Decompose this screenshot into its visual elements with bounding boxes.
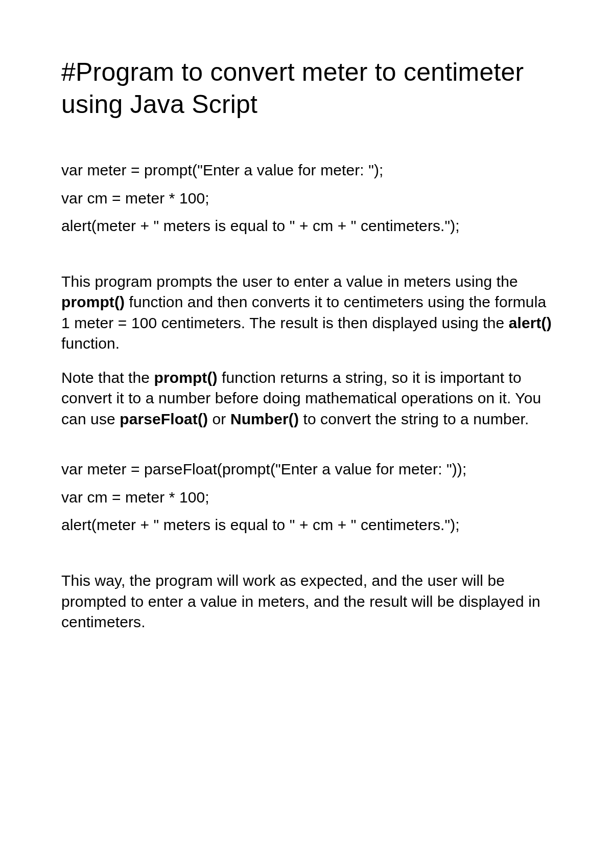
code-line: var cm = meter * 100; [61,488,552,507]
code-block-2: var meter = parseFloat(prompt("Enter a v… [61,460,552,535]
code-line: var meter = prompt("Enter a value for me… [61,161,552,180]
code-line: alert(meter + " meters is equal to " + c… [61,516,552,535]
text-run: or [208,410,230,427]
text-run: function and then converts it to centime… [61,293,546,331]
text-run: This program prompts the user to enter a… [61,273,518,290]
paragraph: This way, the program will work as expec… [61,570,552,633]
document-title: #Program to convert meter to centimeter … [61,56,552,120]
text-run: function. [61,335,120,352]
code-line: alert(meter + " meters is equal to " + c… [61,217,552,236]
text-run: Note that the [61,369,154,386]
paragraph: Note that the prompt() function returns … [61,368,552,430]
bold-text: parseFloat() [120,410,208,427]
bold-text: Number() [230,410,299,427]
code-line: var meter = parseFloat(prompt("Enter a v… [61,460,552,479]
bold-text: prompt() [61,293,125,310]
text-run: to convert the string to a number. [299,410,529,427]
code-line: var cm = meter * 100; [61,189,552,208]
bold-text: prompt() [154,369,218,386]
explanation-block-1: This program prompts the user to enter a… [61,271,552,430]
code-block-1: var meter = prompt("Enter a value for me… [61,161,552,236]
bold-text: alert() [509,314,552,331]
paragraph: This program prompts the user to enter a… [61,271,552,354]
